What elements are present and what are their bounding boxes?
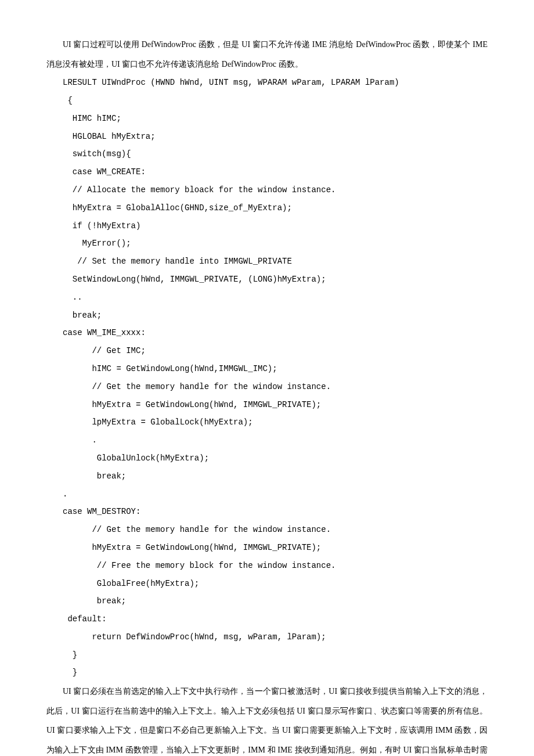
intro-paragraph: UI 窗口过程可以使用 DefWindowProc 函数，但是 UI 窗口不允许… (46, 35, 488, 74)
explanation-paragraph: UI 窗口必须在当前选定的输入上下文中执行动作，当一个窗口被激活时，UI 窗口接… (46, 682, 488, 756)
code-listing: LRESULT UIWndProc (HWND hWnd, UINT msg, … (46, 74, 488, 682)
